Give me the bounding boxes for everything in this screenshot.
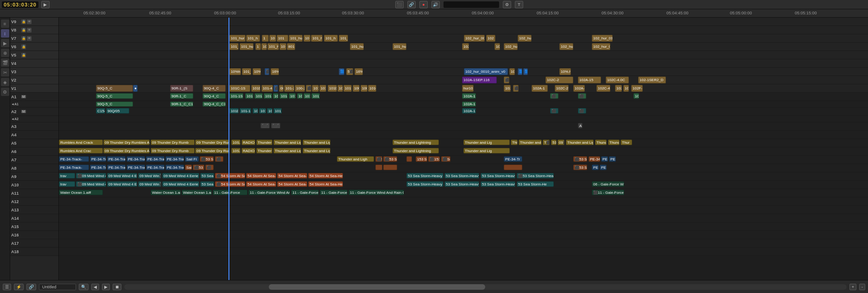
clip-v6-3[interactable]: 1 (255, 43, 261, 50)
clip-v6-14[interactable]: 102_hur_0160_v10 (592, 43, 610, 50)
clip-a1-10[interactable]: 101D-2 (289, 93, 296, 99)
clip-a5-13[interactable]: Thunder and (519, 140, 542, 145)
clip-v1-6[interactable]: 101D- (251, 85, 260, 92)
clip-a5-8[interactable]: Thunder and Lig (273, 140, 301, 145)
clip-a7-16[interactable]: ⬛Sea Storm (441, 156, 450, 162)
track-a1-mute[interactable]: M (21, 95, 26, 98)
clip-a8-11[interactable] (383, 165, 397, 170)
clip-a11-9[interactable]: ⬛11 - Gale-Force Wir (592, 190, 624, 195)
clip-a9-2[interactable]: ⬛09 Med Wind 4 Eerie Gusts. (76, 173, 106, 178)
clip-v1-4[interactable]: 90Q-4_C (203, 85, 226, 92)
clip-a2-9[interactable]: 102A-1 (462, 108, 476, 114)
clip-a10-4[interactable]: 09 Med Win⬛ (138, 181, 161, 187)
track-a9-row[interactable]: trav ⬛09 Med Wind 4 Eerie Gusts. 09 Med … (59, 172, 868, 181)
clip-v1-2[interactable]: ● (133, 85, 138, 92)
clip-a9-3[interactable]: 09 Med Wind 4 E (107, 173, 137, 178)
clip-a10-12[interactable]: 53 Sea Storm-Heavy Surf (444, 181, 479, 187)
track-v1-row[interactable]: 90Q-5_C ● 90R-1_(S 90Q-4_C 101C-1S 101D-… (59, 84, 868, 93)
play-back-btn[interactable]: ▶ (41, 1, 50, 8)
clip-a8-2[interactable]: PE-34-Tr (90, 165, 106, 170)
clip-a8-7[interactable]: Sail Fl (185, 165, 192, 170)
clip-v3-10[interactable]: 102 (509, 68, 515, 75)
clip-v6-10[interactable]: 102 (462, 43, 469, 50)
clip-v7-4[interactable]: 10 (269, 35, 276, 42)
clip-a8-4[interactable]: PE-34-Tra (127, 165, 145, 170)
clip-a7-20[interactable]: PE- (601, 156, 608, 162)
clip-v7-8[interactable]: 101_h (311, 35, 323, 42)
clip-a5-17[interactable]: Thunder and Lightn (566, 140, 594, 145)
clip-a3-3[interactable]: A (578, 123, 583, 128)
clip-a8-8[interactable]: ⬛53 Sea Storm-(S (193, 165, 204, 170)
track-a8-row[interactable]: PE-34-Track- PE-34-Tr PE-34-Trad PE-34-T… (59, 164, 868, 172)
clip-v3-4[interactable]: ⬛ (265, 68, 269, 75)
clip-a5-15[interactable]: 53 (551, 140, 557, 145)
clip-a11-7[interactable]: 11 - Gale-Force W (320, 190, 348, 195)
title-btn[interactable]: T (515, 1, 523, 8)
zoom-out-btn[interactable]: - (859, 284, 865, 290)
clip-v7-2[interactable]: 101_h (246, 35, 260, 42)
clip-v1-30[interactable]: 102F- (631, 85, 643, 92)
clip-a5-14[interactable]: T⬛ (543, 140, 550, 145)
track-a7-row[interactable]: PE-34-Track- PE-34-Tr PE-34-Trad PE-34-T… (59, 156, 868, 164)
clip-a1-12[interactable]: 101-2_C (304, 93, 310, 99)
clip-v1-3[interactable]: 90R-1_(S (170, 85, 193, 92)
clip-a10-3[interactable]: 09 Med Wind 4 E (107, 181, 137, 187)
clip-v3-1[interactable]: 10%hur (229, 68, 241, 75)
side-icon-resize[interactable]: ↕ (1, 29, 9, 38)
track-a4-row[interactable] (59, 131, 868, 139)
clip-a6-9[interactable]: Thunder and Lig (303, 148, 330, 153)
clip-a11-6[interactable]: 11 - Gale-Force Wind Ar (291, 190, 319, 195)
clip-v1-23[interactable]: ⬛ (513, 85, 519, 92)
clip-v1-25[interactable]: 102C-2 (555, 85, 569, 92)
clip-a7-11[interactable]: ⬛53 Sea St (375, 156, 382, 162)
clip-a9-1[interactable]: trav (59, 173, 75, 178)
clip-v6-13[interactable]: 102_hur_0140 (559, 43, 573, 50)
clip-a7-21[interactable]: PE- (609, 156, 616, 162)
clip-a1-5[interactable]: 101⬛1 (245, 93, 253, 99)
clip-a7-19[interactable]: PE-34 (589, 156, 600, 162)
clip-a8-6[interactable]: PE-34-Track-51 (165, 165, 184, 170)
record-btn[interactable]: ● (419, 1, 428, 8)
clip-a8-13[interactable]: ⬛53 Sea Storm-H (573, 165, 587, 170)
clip-a2-7[interactable]: 101 (267, 108, 272, 114)
clip-a7-18[interactable]: ⬛53 Sea Storm-H (573, 156, 587, 162)
clip-a8-9[interactable]: ⬛ (205, 165, 214, 170)
clip-v3-7[interactable]: 5⬛ (346, 68, 353, 75)
side-icon-play[interactable]: ▶ (1, 39, 9, 47)
clip-v2-1[interactable]: 102A-1SEP.116 (462, 76, 497, 83)
clip-v6-6[interactable]: 10 (279, 43, 286, 50)
clip-a10-6[interactable]: 53 Sea S (200, 181, 214, 187)
track-v4-row[interactable] (59, 59, 868, 68)
track-a11-row[interactable]: Water Ocean 1.aiff Water Ocean 1.aiff Wa… (59, 189, 868, 197)
clip-a2-5[interactable]: 101⬛ (253, 108, 258, 114)
clip-v7-13[interactable]: 102_hur (518, 35, 532, 42)
clip-a5-10[interactable]: Thunder and Lightning (393, 140, 439, 145)
scroll-thumb[interactable] (269, 284, 486, 290)
clip-a9-5[interactable]: 09 Med Wind 4 Eerie Gus (162, 173, 199, 178)
clip-a1-17[interactable]: 10 (634, 93, 639, 99)
clip-a1b-2[interactable]: 90R-1_C_C154 (170, 102, 193, 107)
clip-a1-11[interactable]: 101 (297, 93, 303, 99)
track-v6-row[interactable]: 101_h 101_hur_0 1 10 101_hur 10 801 101_… (59, 43, 868, 51)
track-a13-row[interactable] (59, 206, 868, 214)
clip-a2-1[interactable]: C154 (96, 108, 105, 114)
clip-v3-11[interactable]: 🟦 (518, 68, 522, 75)
clip-v1-26[interactable]: 102A-1S (573, 85, 585, 92)
track-a15-row[interactable] (59, 223, 868, 231)
clip-v3-5[interactable]: 16%.h (271, 68, 279, 75)
clip-v2-2[interactable]: ⬛ (504, 76, 509, 83)
clip-v1-7[interactable]: 101-4SER (261, 85, 273, 92)
clip-a8-3[interactable]: PE-34-Trad (107, 165, 126, 170)
clip-a5-7[interactable]: Thunder (256, 140, 272, 145)
clip-a2-11[interactable]: ⬛ (578, 108, 586, 114)
clip-a1-3[interactable]: 90Q-4_C (203, 93, 226, 99)
track-a1b-row[interactable]: 90Q-5_C 90R-1_C_C154 90Q-4_C_C153 102A-1 (59, 101, 868, 108)
clip-a7-13[interactable] (406, 156, 412, 162)
clip-a8-10[interactable] (375, 165, 382, 170)
clip-v1-15[interactable]: 101D-2 (328, 85, 337, 92)
clip-a10-11[interactable]: 53 Sea Storm-Heavy Surf A (406, 181, 444, 187)
clip-a6-11[interactable]: Thunder and Lig (463, 148, 510, 153)
clip-v1-24[interactable]: 102A-1 (532, 85, 548, 92)
clip-a8-15[interactable]: PE- (600, 165, 607, 170)
clip-v3-6[interactable]: 🟦 (339, 68, 344, 75)
